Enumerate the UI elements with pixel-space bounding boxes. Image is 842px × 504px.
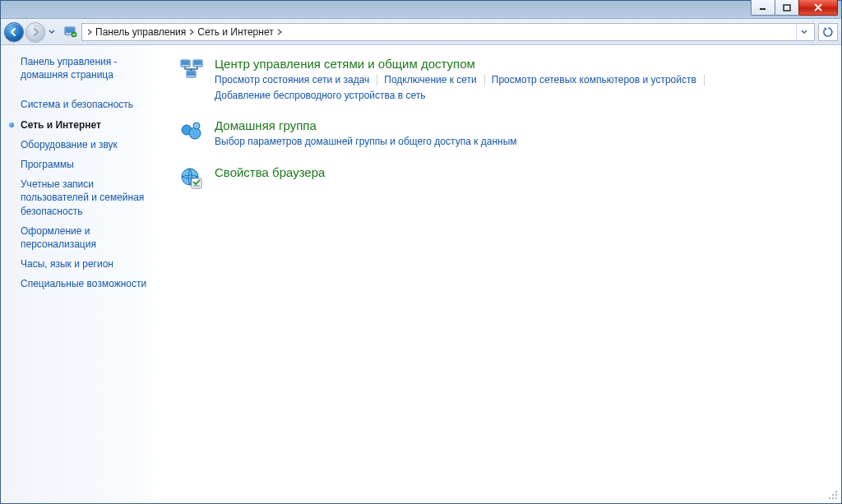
category-sublinks: Просмотр состояния сети и задач Подключе… bbox=[215, 72, 826, 104]
svg-point-5 bbox=[72, 32, 76, 37]
category-title-link[interactable]: Центр управления сетями и общим доступом bbox=[215, 57, 826, 71]
chevron-down-icon bbox=[801, 30, 807, 35]
maximize-button[interactable] bbox=[775, 0, 799, 16]
category-body: Домашняя группа Выбор параметров домашне… bbox=[215, 118, 826, 150]
address-breadcrumb[interactable]: Панель управления Сеть и Интернет bbox=[81, 23, 815, 41]
sidebar-item-appearance[interactable]: Оформление и персонализация bbox=[1, 221, 164, 254]
link-connect-to-network[interactable]: Подключение к сети bbox=[384, 72, 484, 88]
window-titlebar bbox=[1, 1, 841, 19]
back-button[interactable] bbox=[4, 22, 24, 42]
forward-button[interactable] bbox=[25, 22, 45, 42]
sidebar-item-clock-language-region[interactable]: Часы, язык и регион bbox=[1, 254, 164, 274]
breadcrumb-sep-icon[interactable] bbox=[275, 29, 284, 35]
svg-point-14 bbox=[193, 123, 200, 129]
svg-point-13 bbox=[189, 127, 201, 139]
arrow-left-icon bbox=[9, 27, 19, 37]
maximize-icon bbox=[783, 4, 791, 12]
control-panel-icon bbox=[63, 25, 78, 39]
category-body: Свойства браузера bbox=[215, 165, 826, 192]
window-controls bbox=[752, 0, 838, 16]
nav-arrows bbox=[4, 22, 57, 42]
category-network-sharing-center: Центр управления сетями и общим доступом… bbox=[178, 57, 826, 104]
refresh-icon bbox=[822, 26, 834, 38]
homegroup-icon bbox=[178, 118, 205, 145]
category-title-link[interactable]: Домашняя группа bbox=[215, 118, 826, 132]
content-area: Центр управления сетями и общим доступом… bbox=[164, 45, 841, 503]
sidebar-item-system-security[interactable]: Система и безопасность bbox=[1, 95, 164, 114]
sidebar: Панель управления - домашняя страница Си… bbox=[1, 45, 164, 503]
link-view-network-computers[interactable]: Просмотр сетевых компьютеров и устройств bbox=[492, 72, 705, 88]
sidebar-home-line1: Панель управления - bbox=[21, 56, 118, 67]
category-homegroup: Домашняя группа Выбор параметров домашне… bbox=[178, 118, 826, 150]
link-add-wireless-device[interactable]: Добавление беспроводного устройства в се… bbox=[215, 88, 434, 104]
close-icon bbox=[813, 3, 823, 12]
sidebar-home-line2: домашняя страница bbox=[21, 69, 113, 81]
minimize-icon bbox=[759, 4, 767, 11]
sidebar-item-network-internet[interactable]: Сеть и Интернет bbox=[1, 115, 164, 135]
navigation-bar: Панель управления Сеть и Интернет bbox=[1, 19, 841, 45]
address-icon bbox=[63, 25, 78, 39]
link-homegroup-sharing-options[interactable]: Выбор параметров домашней группы и общег… bbox=[215, 134, 525, 150]
network-sharing-center-icon bbox=[178, 57, 205, 83]
close-button[interactable] bbox=[798, 0, 838, 16]
breadcrumb-sep-icon[interactable] bbox=[86, 29, 94, 35]
breadcrumb-dropdown[interactable] bbox=[796, 24, 811, 40]
category-sublinks: Выбор параметров домашней группы и общег… bbox=[215, 134, 826, 150]
body: Панель управления - домашняя страница Си… bbox=[1, 45, 841, 503]
category-title-link[interactable]: Свойства браузера bbox=[215, 165, 826, 179]
svg-rect-0 bbox=[760, 8, 766, 10]
sidebar-item-accessibility[interactable]: Специальные возможности bbox=[1, 274, 164, 294]
breadcrumb-root[interactable]: Панель управления bbox=[94, 26, 187, 38]
breadcrumb-sep-icon[interactable] bbox=[187, 29, 196, 35]
breadcrumb-current[interactable]: Сеть и Интернет bbox=[196, 26, 275, 38]
category-body: Центр управления сетями и общим доступом… bbox=[215, 57, 826, 104]
category-internet-options: Свойства браузера bbox=[178, 165, 826, 192]
nav-history-dropdown[interactable] bbox=[47, 25, 57, 39]
link-view-network-status[interactable]: Просмотр состояния сети и задач bbox=[215, 72, 377, 88]
chevron-down-icon bbox=[49, 30, 55, 35]
sidebar-item-users-family[interactable]: Учетные записи пользователей и семейная … bbox=[1, 174, 164, 221]
svg-rect-7 bbox=[182, 61, 189, 65]
sidebar-item-hardware-sound[interactable]: Оборудование и звук bbox=[1, 135, 164, 155]
sidebar-item-programs[interactable]: Программы bbox=[1, 155, 164, 174]
arrow-right-icon bbox=[30, 27, 40, 37]
internet-options-icon bbox=[178, 165, 205, 192]
svg-rect-11 bbox=[187, 72, 195, 76]
svg-rect-1 bbox=[784, 5, 790, 11]
resize-grip[interactable] bbox=[827, 489, 839, 501]
minimize-button[interactable] bbox=[751, 0, 775, 16]
control-panel-window: Панель управления Сеть и Интернет Панель bbox=[0, 0, 842, 504]
svg-rect-9 bbox=[194, 61, 201, 65]
sidebar-home-link[interactable]: Панель управления - домашняя страница bbox=[1, 55, 164, 88]
refresh-button[interactable] bbox=[818, 23, 838, 41]
